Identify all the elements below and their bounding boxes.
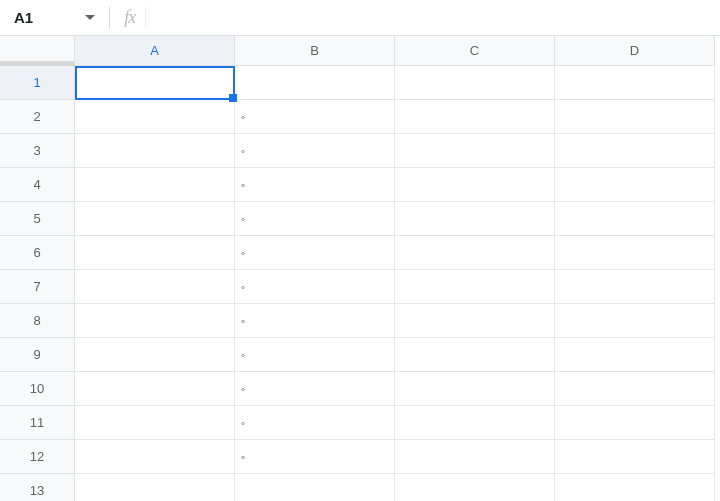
- cell[interactable]: ◦: [235, 236, 395, 270]
- cell-value: ◦: [241, 212, 245, 226]
- cell[interactable]: [555, 372, 715, 406]
- table-row: 9◦: [0, 338, 720, 372]
- table-row: 4◦: [0, 168, 720, 202]
- cell-value: ◦: [241, 246, 245, 260]
- divider: [145, 7, 146, 29]
- table-row: 6◦: [0, 236, 720, 270]
- row-header[interactable]: 12: [0, 440, 75, 474]
- spreadsheet-grid: A B C D 12◦3◦4◦5◦6◦7◦8◦9◦10◦11◦12◦13: [0, 36, 720, 501]
- fx-icon: fx: [124, 7, 135, 28]
- cell[interactable]: [555, 202, 715, 236]
- select-all-corner[interactable]: [0, 36, 75, 66]
- cell[interactable]: [395, 440, 555, 474]
- cell[interactable]: ◦: [235, 304, 395, 338]
- cell[interactable]: ◦: [235, 440, 395, 474]
- cell[interactable]: [75, 100, 235, 134]
- cell[interactable]: [75, 236, 235, 270]
- cell-value: ◦: [241, 178, 245, 192]
- cell[interactable]: [395, 372, 555, 406]
- cell[interactable]: [395, 100, 555, 134]
- cell[interactable]: [75, 168, 235, 202]
- cell[interactable]: [555, 270, 715, 304]
- table-row: 12◦: [0, 440, 720, 474]
- table-row: 2◦: [0, 100, 720, 134]
- cell[interactable]: [555, 100, 715, 134]
- cell[interactable]: [235, 66, 395, 100]
- cell[interactable]: [555, 440, 715, 474]
- table-row: 10◦: [0, 372, 720, 406]
- cell[interactable]: [75, 440, 235, 474]
- cell[interactable]: [75, 202, 235, 236]
- column-headers: A B C D: [0, 36, 720, 66]
- cell[interactable]: [75, 372, 235, 406]
- cell[interactable]: [75, 406, 235, 440]
- row-header[interactable]: 2: [0, 100, 75, 134]
- row-header[interactable]: 4: [0, 168, 75, 202]
- cell[interactable]: ◦: [235, 406, 395, 440]
- column-header-b[interactable]: B: [235, 36, 395, 66]
- table-row: 7◦: [0, 270, 720, 304]
- cell[interactable]: ◦: [235, 372, 395, 406]
- cell-value: ◦: [241, 416, 245, 430]
- cell[interactable]: [555, 338, 715, 372]
- row-header[interactable]: 10: [0, 372, 75, 406]
- table-row: 1: [0, 66, 720, 100]
- cell[interactable]: ◦: [235, 168, 395, 202]
- row-header[interactable]: 7: [0, 270, 75, 304]
- cell[interactable]: [555, 168, 715, 202]
- table-row: 11◦: [0, 406, 720, 440]
- cell[interactable]: [555, 236, 715, 270]
- cell[interactable]: [395, 134, 555, 168]
- cell[interactable]: [75, 270, 235, 304]
- cell[interactable]: [75, 474, 235, 501]
- cell-value: ◦: [241, 110, 245, 124]
- cell-value: ◦: [241, 280, 245, 294]
- cell[interactable]: [395, 338, 555, 372]
- cell[interactable]: [395, 236, 555, 270]
- cell[interactable]: [395, 304, 555, 338]
- cell[interactable]: [235, 474, 395, 501]
- cell[interactable]: ◦: [235, 270, 395, 304]
- cell-value: ◦: [241, 450, 245, 464]
- row-header[interactable]: 13: [0, 474, 75, 501]
- cell[interactable]: [395, 406, 555, 440]
- row-header[interactable]: 5: [0, 202, 75, 236]
- column-header-c[interactable]: C: [395, 36, 555, 66]
- cell[interactable]: [555, 66, 715, 100]
- formula-bar: A1 fx: [0, 0, 720, 36]
- cell[interactable]: [75, 134, 235, 168]
- name-box-text: A1: [14, 9, 33, 26]
- cell[interactable]: ◦: [235, 134, 395, 168]
- table-row: 3◦: [0, 134, 720, 168]
- table-row: 5◦: [0, 202, 720, 236]
- cell-value: ◦: [241, 144, 245, 158]
- row-header[interactable]: 8: [0, 304, 75, 338]
- cell[interactable]: [555, 474, 715, 501]
- cell[interactable]: [395, 66, 555, 100]
- cell[interactable]: [75, 338, 235, 372]
- row-header[interactable]: 1: [0, 66, 75, 100]
- column-header-a[interactable]: A: [75, 36, 235, 66]
- chevron-down-icon: [85, 15, 95, 20]
- column-header-d[interactable]: D: [555, 36, 715, 66]
- row-header[interactable]: 11: [0, 406, 75, 440]
- name-box[interactable]: A1: [14, 9, 95, 26]
- cell[interactable]: [395, 474, 555, 501]
- cell[interactable]: [395, 202, 555, 236]
- cell[interactable]: [395, 168, 555, 202]
- row-header[interactable]: 9: [0, 338, 75, 372]
- row-header[interactable]: 3: [0, 134, 75, 168]
- cell[interactable]: [395, 270, 555, 304]
- cell[interactable]: [75, 304, 235, 338]
- cell[interactable]: ◦: [235, 338, 395, 372]
- row-header[interactable]: 6: [0, 236, 75, 270]
- cell[interactable]: [555, 406, 715, 440]
- table-row: 8◦: [0, 304, 720, 338]
- cell[interactable]: ◦: [235, 202, 395, 236]
- cell[interactable]: [75, 66, 235, 100]
- cell[interactable]: [555, 304, 715, 338]
- formula-input[interactable]: [156, 0, 720, 35]
- cell[interactable]: ◦: [235, 100, 395, 134]
- divider: [109, 7, 110, 29]
- cell[interactable]: [555, 134, 715, 168]
